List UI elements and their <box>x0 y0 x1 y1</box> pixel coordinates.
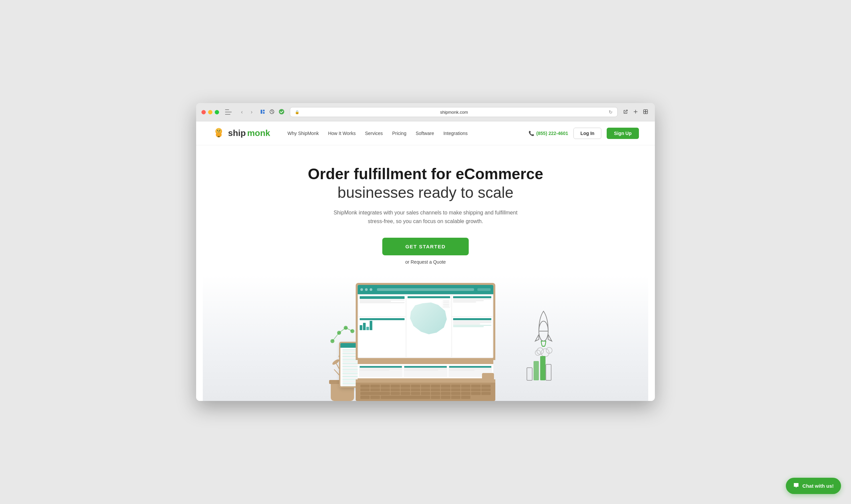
new-tab-icon[interactable] <box>632 108 639 117</box>
nav-integrations[interactable]: Integrations <box>439 128 472 139</box>
svg-rect-8 <box>646 112 648 114</box>
svg-rect-33 <box>527 368 532 380</box>
hero-section: Order fulfillment for eCommerce business… <box>196 145 655 401</box>
nav-why-shipmonk[interactable]: Why ShipMonk <box>284 128 323 139</box>
chat-widget[interactable]: Chat with us! <box>786 478 841 494</box>
svg-rect-1 <box>263 110 265 111</box>
traffic-lights <box>201 110 219 114</box>
nav-right: 📞 (855) 222-4601 Log In Sign Up <box>528 128 639 139</box>
website-content: shipmonk Why ShipMonk How It Works Servi… <box>196 121 655 401</box>
phone-link[interactable]: 📞 (855) 222-4601 <box>528 131 568 136</box>
phone-icon: 📞 <box>528 131 534 136</box>
share-icon[interactable] <box>622 108 630 117</box>
url-text: shipmonk.com <box>302 110 606 115</box>
phone-number: (855) 222-4601 <box>536 131 568 136</box>
svg-point-11 <box>217 130 218 131</box>
hero-title-bold: Order fulfillment for eCommerce <box>203 165 648 183</box>
svg-point-4 <box>279 109 284 114</box>
logo-text-ship: ship <box>228 128 246 138</box>
browser-toolbar: ‹ › 🔒 shipmonk.com ↻ <box>196 103 655 121</box>
svg-rect-6 <box>646 110 648 112</box>
svg-rect-35 <box>540 356 545 380</box>
logo[interactable]: shipmonk <box>212 127 270 140</box>
forward-button[interactable]: › <box>249 108 254 116</box>
request-quote-link[interactable]: or Request a Quote <box>203 259 648 265</box>
close-button[interactable] <box>201 110 206 114</box>
svg-rect-13 <box>218 136 220 137</box>
svg-rect-34 <box>533 361 539 380</box>
laptop-mockup <box>356 283 495 401</box>
svg-rect-2 <box>263 112 265 114</box>
svg-rect-7 <box>644 112 646 114</box>
hero-cta: GET STARTED or Request a Quote <box>203 238 648 265</box>
extension-icon-1[interactable] <box>259 108 267 117</box>
signup-button[interactable]: Sign Up <box>607 128 639 139</box>
nav-services[interactable]: Services <box>361 128 387 139</box>
reload-icon[interactable]: ↻ <box>609 109 613 115</box>
hero-title-light: businesses ready to scale <box>203 183 648 202</box>
chat-icon <box>793 482 799 489</box>
lock-icon: 🔒 <box>295 110 300 114</box>
hero-image-area <box>203 275 648 401</box>
extension-icons <box>259 107 286 117</box>
nav-pricing[interactable]: Pricing <box>388 128 411 139</box>
maximize-button[interactable] <box>215 110 219 114</box>
svg-rect-36 <box>546 364 551 380</box>
nav-how-it-works[interactable]: How It Works <box>324 128 360 139</box>
browser-window: ‹ › 🔒 shipmonk.com ↻ <box>196 103 655 401</box>
svg-rect-0 <box>260 110 262 114</box>
tabs-icon[interactable] <box>641 108 650 117</box>
browser-actions <box>622 108 650 117</box>
extension-icon-3[interactable] <box>277 107 286 117</box>
nav-software[interactable]: Software <box>412 128 438 139</box>
sidebar-toggle[interactable] <box>223 108 235 116</box>
get-started-button[interactable]: GET STARTED <box>382 238 469 255</box>
navigation: shipmonk Why ShipMonk How It Works Servi… <box>196 121 655 145</box>
url-bar[interactable]: 🔒 shipmonk.com ↻ <box>290 107 618 117</box>
back-button[interactable]: ‹ <box>239 108 245 116</box>
chat-label: Chat with us! <box>802 483 834 489</box>
nav-links: Why ShipMonk How It Works Services Prici… <box>284 128 529 139</box>
svg-point-12 <box>219 130 220 131</box>
svg-rect-5 <box>644 110 646 112</box>
chart-illustration <box>525 348 552 381</box>
logo-text-monk: monk <box>247 128 270 138</box>
login-button[interactable]: Log In <box>574 128 601 139</box>
hero-subtitle: ShipMonk integrates with your sales chan… <box>332 209 519 226</box>
laptop-trackpad <box>482 373 494 381</box>
extension-icon-2[interactable] <box>268 108 276 117</box>
minimize-button[interactable] <box>208 110 213 114</box>
